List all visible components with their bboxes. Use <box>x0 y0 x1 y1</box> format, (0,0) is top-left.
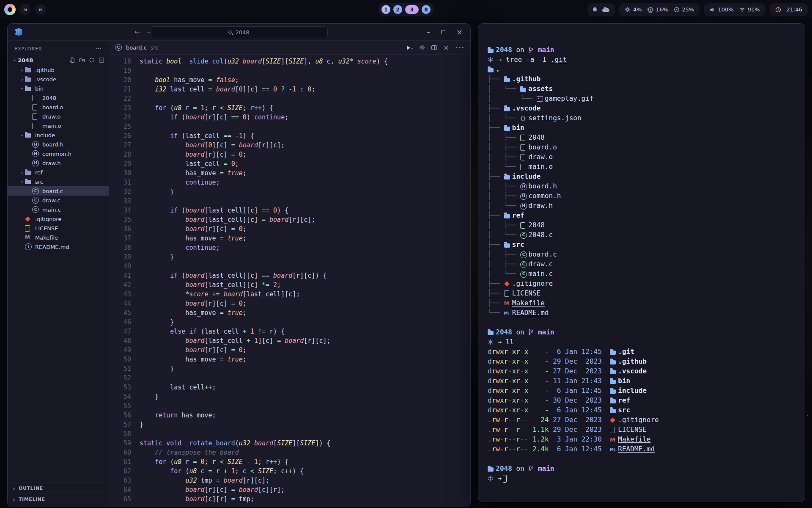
line-number[interactable]: 46 <box>109 318 131 327</box>
explorer-item-draw.h[interactable]: draw.h <box>8 158 109 168</box>
code-line[interactable] <box>140 196 388 206</box>
code-line[interactable]: board[last_cell][c] = board[r][c]; <box>140 215 388 224</box>
workspace-8-button[interactable]: 8 <box>422 5 431 14</box>
line-number[interactable]: 55 <box>109 401 131 411</box>
line-number[interactable]: 65 <box>109 494 131 504</box>
terminal-cursor[interactable] <box>503 475 507 483</box>
explorer-item-common.h[interactable]: common.h <box>8 149 109 158</box>
line-number[interactable]: 60 <box>109 448 131 457</box>
line-number[interactable]: 63 <box>109 476 131 485</box>
code-line[interactable]: } <box>140 252 388 262</box>
code-line[interactable]: has_move = true; <box>140 308 388 318</box>
explorer-item-ref[interactable]: ›ref <box>8 168 109 177</box>
line-number[interactable]: 20 <box>109 75 131 85</box>
timeline-panel-header[interactable]: › TIMELINE <box>8 494 109 504</box>
run-button[interactable]: › <box>407 44 413 52</box>
explorer-item-board.o[interactable]: board.o <box>8 102 109 112</box>
code-line[interactable] <box>140 94 388 103</box>
code-line[interactable]: } <box>140 318 388 327</box>
file-name[interactable]: README.md <box>618 445 655 453</box>
line-number[interactable]: 38 <box>109 243 131 252</box>
code-line[interactable]: for (u8 r = 0; r < SIZE - 1; r++) { <box>140 457 388 467</box>
command-argument-link[interactable]: .git <box>551 55 567 64</box>
new-folder-button[interactable] <box>79 57 85 63</box>
system-stats-module[interactable]: 4% 16% 25% <box>619 3 700 16</box>
explorer-item-src[interactable]: ›src <box>8 177 109 186</box>
line-number[interactable]: 47 <box>109 327 131 336</box>
line-number[interactable]: 50 <box>109 355 131 364</box>
launcher-button[interactable] <box>4 4 16 15</box>
code-line[interactable]: continue; <box>140 178 388 187</box>
code-line[interactable] <box>140 66 388 75</box>
code-line[interactable]: if (last_cell == -1) { <box>140 131 388 141</box>
code-line[interactable]: } <box>140 392 388 401</box>
line-number[interactable]: 43 <box>109 290 131 299</box>
more-actions-button[interactable]: ··· <box>455 44 464 52</box>
media-prev-button[interactable] <box>19 4 31 15</box>
code-line[interactable]: i32 last_cell = board[0][c] == 0 ? -1 : … <box>140 85 388 94</box>
line-number[interactable]: 39 <box>109 252 131 262</box>
refresh-explorer-button[interactable] <box>89 57 95 63</box>
code-line[interactable]: has_move = true; <box>140 168 388 178</box>
line-number[interactable]: 64 <box>109 485 131 494</box>
terminal-window[interactable]: 2048 on main → tree -a -I .git.├── .gith… <box>478 23 805 502</box>
code-line[interactable]: u32 tmp = board[r][c]; <box>140 476 388 485</box>
line-number[interactable]: 23 <box>109 103 131 113</box>
minimize-button[interactable]: – <box>427 28 430 36</box>
close-editor-button[interactable]: × <box>443 44 449 52</box>
line-number[interactable]: 53 <box>109 383 131 392</box>
maximize-button[interactable] <box>441 30 445 34</box>
code-line[interactable]: for (u8 r = 1; r < SIZE; r++) { <box>140 103 388 113</box>
code-line[interactable]: last_cell = 0; <box>140 159 388 168</box>
active-tab-filename[interactable]: board.c <box>126 44 147 51</box>
line-number[interactable]: 37 <box>109 234 131 243</box>
explorer-item-LICENSE[interactable]: LICENSE <box>8 224 109 233</box>
line-number[interactable]: 45 <box>109 308 131 318</box>
code-line[interactable]: } <box>140 420 388 429</box>
weather-module[interactable] <box>587 3 615 16</box>
code-line[interactable]: board[r][c] = 0; <box>140 299 388 308</box>
code-line[interactable] <box>140 373 388 383</box>
explorer-item-.gitignore[interactable]: .gitignore <box>8 214 109 224</box>
code-line[interactable]: continue; <box>140 243 388 252</box>
line-number[interactable]: 57 <box>109 420 131 429</box>
code-line[interactable]: last_cell++; <box>140 383 388 392</box>
explorer-item-board.c[interactable]: board.c <box>8 186 109 196</box>
line-number[interactable]: 41 <box>109 271 131 280</box>
workspace-1-button[interactable]: 1 <box>381 5 390 14</box>
line-number[interactable]: 34 <box>109 206 131 215</box>
line-number[interactable]: 18 <box>109 57 131 66</box>
line-number[interactable]: 19 <box>109 66 131 75</box>
explorer-item-Makefile[interactable]: Makefile <box>8 233 109 242</box>
line-number[interactable]: 26 <box>109 131 131 141</box>
line-number[interactable]: 31 <box>109 178 131 187</box>
code-line[interactable]: board[last_cell][c] *= 2; <box>140 280 388 290</box>
code-line[interactable]: else if (last_cell + 1 != r) { <box>140 327 388 336</box>
code-line[interactable] <box>140 122 388 131</box>
code-line[interactable]: board[last_cell + 1][c] = board[r][c]; <box>140 336 388 345</box>
line-number[interactable]: 30 <box>109 168 131 178</box>
code-area[interactable]: 1819202122232425262728293031323334353637… <box>109 55 470 507</box>
close-button[interactable]: × <box>456 28 463 36</box>
code-line[interactable]: // transpose the board <box>140 448 388 457</box>
code-line[interactable]: has_move = true; <box>140 355 388 364</box>
line-number[interactable]: 35 <box>109 215 131 224</box>
explorer-item-.github[interactable]: ›.github <box>8 65 109 75</box>
code-line[interactable]: board[r][c] = 0; <box>140 224 388 234</box>
code-line[interactable]: static void _rotate_board(u32 board[SIZE… <box>140 439 388 448</box>
workspace-3-button[interactable]: 3 <box>405 5 419 14</box>
file-name[interactable]: Makefile <box>618 435 650 443</box>
code-line[interactable]: *score += board[last_cell][c]; <box>140 290 388 299</box>
line-number[interactable]: 21 <box>109 85 131 94</box>
tree-entry-name[interactable]: README.md <box>512 309 549 317</box>
code-line[interactable]: bool has_move = false; <box>140 75 388 85</box>
line-number[interactable]: 56 <box>109 411 131 420</box>
code-line[interactable]: board[r][c] = 0; <box>140 150 388 159</box>
code-line[interactable]: } <box>140 187 388 196</box>
line-number[interactable]: 44 <box>109 299 131 308</box>
explorer-root-folder[interactable]: › 2048 <box>8 55 109 65</box>
line-number[interactable]: 40 <box>109 262 131 271</box>
explorer-item-main.c[interactable]: main.c <box>8 205 109 214</box>
line-number[interactable]: 49 <box>109 345 131 355</box>
explorer-more-button[interactable]: ··· <box>95 46 102 52</box>
